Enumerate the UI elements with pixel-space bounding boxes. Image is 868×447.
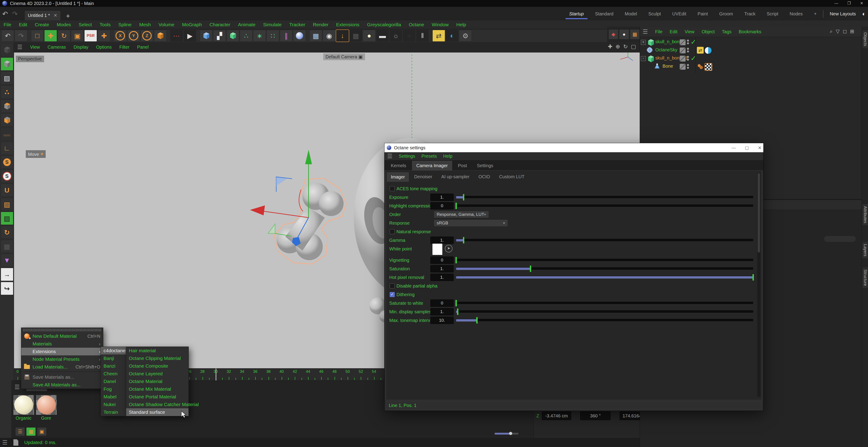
octane-close-button[interactable]: ✕ <box>758 145 762 150</box>
value-field-hot-pixel-removal[interactable]: 1. <box>430 274 454 281</box>
viewport-menu-view[interactable]: View <box>30 44 40 50</box>
material-thumb-organic[interactable] <box>13 395 34 415</box>
slider-track[interactable] <box>456 302 753 304</box>
toolbar-visible-light-icon[interactable]: ▬ <box>376 30 389 41</box>
rail-tweak-mode-icon[interactable]: ▬ <box>1 127 13 141</box>
side-tab-structure[interactable]: Structure <box>862 267 868 289</box>
octane-menu-help[interactable]: Help <box>443 154 452 159</box>
team-render-grid-icon[interactable]: ▦ <box>630 29 640 39</box>
camera-label[interactable]: Default Camera ▣ <box>323 53 365 60</box>
om-add-icon[interactable]: ⊞ <box>850 29 854 34</box>
submenu-item-hair-material[interactable]: Hair material <box>126 347 188 355</box>
octane-environment-tag[interactable] <box>705 47 712 54</box>
zoom-view-icon[interactable]: ⊕ <box>616 43 620 50</box>
slider-handle[interactable] <box>752 274 754 280</box>
rail-grid-settings-icon[interactable]: ▦ <box>1 240 13 253</box>
menu-item-materials[interactable]: Materials› <box>21 340 103 348</box>
om-menu-tags[interactable]: Tags <box>722 29 732 34</box>
layout-toggle-icon[interactable]: ◐ <box>862 10 866 18</box>
value-field-vignetting[interactable]: 0 <box>430 257 454 264</box>
object-row-octanesky[interactable]: OctaneSky⇄ <box>640 46 862 54</box>
octane-tab-kernels[interactable]: Kernels <box>387 161 410 170</box>
redo-icon[interactable]: ↷ <box>12 10 18 18</box>
menu-greyscalegorilla[interactable]: Greyscalegorilla <box>367 22 401 27</box>
rail-capture-forward-icon[interactable]: → <box>1 268 13 281</box>
position-z-field[interactable]: -3.4746 cm <box>542 412 571 420</box>
toolbar-render-view-icon[interactable]: ⋯ <box>170 30 183 41</box>
value-field-saturate-to-white[interactable]: 0 <box>430 299 454 307</box>
slider-handle[interactable] <box>456 203 457 209</box>
layout-tab-uvedit[interactable]: UVEdit <box>667 9 691 18</box>
checkbox-aces-tone-mapping[interactable] <box>390 186 395 191</box>
submenu-item-terrain[interactable]: Terrain <box>101 408 126 416</box>
slider-track[interactable] <box>456 319 753 322</box>
layout-tab-standard[interactable]: Standard <box>590 9 618 18</box>
rail-texture-mode-icon[interactable]: ▨ <box>1 71 13 85</box>
menu-modes[interactable]: Modes <box>57 22 71 27</box>
close-button[interactable]: ✕ <box>855 0 868 7</box>
toolbar-render-picture-viewer-icon[interactable]: ▶ <box>184 30 196 41</box>
submenu-item-cheen[interactable]: Cheen <box>101 370 126 378</box>
layer-toggle-icon[interactable] <box>680 64 686 70</box>
octane-tab-settings[interactable]: Settings <box>473 161 497 170</box>
timeline-playhead[interactable] <box>216 368 216 381</box>
toolbar-volume-sphere-icon[interactable] <box>293 30 306 41</box>
toolbar-modeling-object-icon[interactable] <box>226 30 239 41</box>
menu-select[interactable]: Select <box>79 22 92 27</box>
om-menu-file[interactable]: File <box>655 29 662 34</box>
toolbar-primitive-cube-icon[interactable] <box>200 30 213 41</box>
submenu-item-mabel[interactable]: Mabel <box>101 393 126 400</box>
menu-simulate[interactable]: Simulate <box>263 22 282 27</box>
submenu-item-c4doctane[interactable]: c4doctane› <box>101 347 126 355</box>
toolbar-point-generator-icon[interactable]: ∴ <box>240 30 252 41</box>
collapse-icon[interactable]: - <box>641 56 646 61</box>
menu-mograph[interactable]: MoGraph <box>182 22 202 27</box>
side-tab-objects[interactable]: Objects <box>862 30 868 49</box>
submenu-item-octane-layered[interactable]: Octane Layered <box>126 370 188 378</box>
submenu-item-danel[interactable]: Danel <box>101 378 126 385</box>
layout-tab-add-button[interactable]: + <box>809 9 822 18</box>
slider-handle[interactable] <box>463 194 464 201</box>
toolbar-render-settings-gear-icon[interactable]: ⚙ <box>459 30 472 41</box>
rail-polygon-mode-icon[interactable] <box>1 114 13 127</box>
side-tab-attributes[interactable]: Attributes <box>862 204 868 226</box>
rail-snap-settings-icon[interactable]: S <box>1 170 13 183</box>
om-filter-icon[interactable]: ▽ <box>836 29 839 34</box>
rail-point-mode-icon[interactable]: ∴ <box>1 86 13 99</box>
submenu-item-octane-clipping-material[interactable]: Octane Clipping Material <box>126 355 188 362</box>
octane-menu-presets[interactable]: Presets <box>422 154 437 159</box>
submenu-item-banji[interactable]: Banji <box>101 355 126 362</box>
toolbar-stage-icon[interactable]: ■ <box>403 30 415 41</box>
octane-tab-camera-imager[interactable]: Camera Imager <box>412 161 452 170</box>
layout-tab-track[interactable]: Track <box>739 9 761 18</box>
value-field-max-tonemap-interval[interactable]: 10. <box>430 317 454 324</box>
material-tag[interactable] <box>697 63 704 70</box>
color-picker-icon[interactable]: ➤ <box>445 245 453 252</box>
menu-octane[interactable]: Octane <box>409 22 424 27</box>
octane-hamburger-icon[interactable]: ☰ <box>387 153 393 160</box>
white-point-swatch[interactable] <box>432 243 442 255</box>
submenu-item-octane-shadow-catcher-material[interactable]: Octane Shadow Catcher Material <box>126 400 188 408</box>
layout-tab-nodes[interactable]: Nodes <box>784 9 808 18</box>
toolbar-spline-pen-icon[interactable]: ▞ <box>213 30 226 41</box>
octane-scrollbar-thumb[interactable] <box>758 173 760 252</box>
layout-tab-sculpt[interactable]: Sculpt <box>643 9 666 18</box>
rail-model-mode-icon[interactable] <box>1 57 13 70</box>
octane-subtab-ocio[interactable]: OCIO <box>475 172 494 182</box>
menu-create[interactable]: Create <box>35 22 49 27</box>
slider-handle[interactable] <box>457 308 458 315</box>
rail-edge-mode-icon[interactable] <box>1 99 13 113</box>
submenu-item-nukei[interactable]: Nukei <box>101 400 126 408</box>
toolbar-lock-z-icon[interactable]: Z <box>141 30 153 41</box>
toolbar-move-tool-icon[interactable]: ✚ <box>44 30 57 41</box>
menu-mesh[interactable]: Mesh <box>139 22 151 27</box>
slider-track[interactable] <box>456 310 753 313</box>
om-search-icon[interactable]: ⌕ <box>830 29 833 34</box>
object-row-bone[interactable]: Bone <box>640 62 862 70</box>
toggle-view-icon[interactable]: ▢ <box>631 43 636 50</box>
rail-gradient-view-icon[interactable]: ▼ <box>1 254 13 267</box>
slider-handle[interactable] <box>530 266 531 272</box>
menu-volume[interactable]: Volume <box>158 22 174 27</box>
submenu-item-standard-surface[interactable]: Standard surface <box>126 408 188 416</box>
menu-character[interactable]: Character <box>210 22 230 27</box>
